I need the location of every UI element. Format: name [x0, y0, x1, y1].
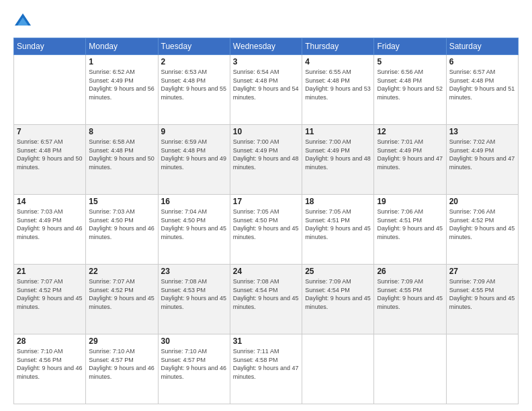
day-info: Sunrise: 6:56 AMSunset: 4:48 PMDaylight:… [377, 68, 443, 101]
day-number: 5 [377, 57, 443, 66]
calendar-table: SundayMondayTuesdayWednesdayThursdayFrid… [13, 38, 519, 404]
day-number: 1 [89, 57, 154, 66]
day-info: Sunrise: 7:10 AMSunset: 4:56 PMDaylight:… [17, 347, 83, 381]
day-info: Sunrise: 6:52 AMSunset: 4:49 PMDaylight:… [89, 68, 154, 101]
weekday-header: Thursday [302, 38, 374, 55]
calendar-day-cell: 23Sunrise: 7:08 AMSunset: 4:53 PMDayligh… [158, 265, 230, 334]
day-info: Sunrise: 7:05 AMSunset: 4:50 PMDaylight:… [233, 208, 299, 241]
day-number: 20 [449, 197, 515, 206]
day-number: 12 [377, 127, 443, 136]
day-number: 26 [377, 267, 443, 276]
day-number: 9 [161, 127, 227, 136]
calendar-day-cell [302, 334, 374, 404]
weekday-header: Sunday [14, 38, 86, 55]
calendar-day-cell: 10Sunrise: 7:00 AMSunset: 4:49 PMDayligh… [230, 125, 302, 195]
day-number: 19 [377, 197, 443, 206]
calendar-day-cell: 4Sunrise: 6:55 AMSunset: 4:48 PMDaylight… [302, 55, 374, 125]
day-info: Sunrise: 7:02 AMSunset: 4:49 PMDaylight:… [449, 138, 515, 171]
day-info: Sunrise: 7:09 AMSunset: 4:55 PMDaylight:… [377, 277, 443, 311]
day-info: Sunrise: 6:55 AMSunset: 4:48 PMDaylight:… [305, 68, 371, 101]
calendar-day-cell: 24Sunrise: 7:08 AMSunset: 4:54 PMDayligh… [230, 265, 302, 334]
calendar-day-cell: 17Sunrise: 7:05 AMSunset: 4:50 PMDayligh… [230, 195, 302, 265]
day-number: 22 [89, 267, 154, 276]
calendar-day-cell: 20Sunrise: 7:06 AMSunset: 4:52 PMDayligh… [446, 195, 518, 265]
calendar-day-cell: 8Sunrise: 6:58 AMSunset: 4:48 PMDaylight… [86, 125, 158, 195]
day-number: 15 [89, 197, 154, 206]
day-info: Sunrise: 7:09 AMSunset: 4:54 PMDaylight:… [305, 277, 371, 311]
day-info: Sunrise: 7:08 AMSunset: 4:53 PMDaylight:… [161, 277, 227, 311]
day-number: 16 [161, 197, 227, 206]
day-info: Sunrise: 7:06 AMSunset: 4:52 PMDaylight:… [449, 208, 515, 241]
day-number: 14 [17, 197, 83, 206]
day-info: Sunrise: 6:57 AMSunset: 4:48 PMDaylight:… [449, 68, 515, 101]
calendar-header-row: SundayMondayTuesdayWednesdayThursdayFrid… [14, 38, 519, 55]
day-info: Sunrise: 7:08 AMSunset: 4:54 PMDaylight:… [233, 277, 299, 311]
calendar-day-cell: 15Sunrise: 7:03 AMSunset: 4:50 PMDayligh… [86, 195, 158, 265]
calendar-day-cell: 11Sunrise: 7:00 AMSunset: 4:49 PMDayligh… [302, 125, 374, 195]
calendar-day-cell: 1Sunrise: 6:52 AMSunset: 4:49 PMDaylight… [86, 55, 158, 125]
weekday-header: Friday [374, 38, 446, 55]
calendar-day-cell: 13Sunrise: 7:02 AMSunset: 4:49 PMDayligh… [446, 125, 518, 195]
day-number: 24 [233, 267, 299, 276]
calendar-week-row: 21Sunrise: 7:07 AMSunset: 4:52 PMDayligh… [14, 265, 519, 334]
calendar-day-cell: 3Sunrise: 6:54 AMSunset: 4:48 PMDaylight… [230, 55, 302, 125]
calendar-day-cell: 19Sunrise: 7:06 AMSunset: 4:51 PMDayligh… [374, 195, 446, 265]
weekday-header: Saturday [446, 38, 518, 55]
day-info: Sunrise: 7:00 AMSunset: 4:49 PMDaylight:… [305, 138, 371, 171]
day-info: Sunrise: 7:10 AMSunset: 4:57 PMDaylight:… [161, 347, 227, 381]
day-info: Sunrise: 6:54 AMSunset: 4:48 PMDaylight:… [233, 68, 299, 101]
calendar-day-cell: 28Sunrise: 7:10 AMSunset: 4:56 PMDayligh… [14, 334, 86, 404]
day-number: 7 [17, 127, 83, 136]
weekday-header: Tuesday [158, 38, 230, 55]
calendar-day-cell: 26Sunrise: 7:09 AMSunset: 4:55 PMDayligh… [374, 265, 446, 334]
calendar-day-cell: 30Sunrise: 7:10 AMSunset: 4:57 PMDayligh… [158, 334, 230, 404]
day-number: 6 [449, 57, 515, 66]
calendar-day-cell: 14Sunrise: 7:03 AMSunset: 4:49 PMDayligh… [14, 195, 86, 265]
day-info: Sunrise: 7:07 AMSunset: 4:52 PMDaylight:… [17, 277, 83, 311]
day-number: 31 [233, 336, 299, 346]
day-number: 8 [89, 127, 154, 136]
weekday-header: Wednesday [230, 38, 302, 55]
calendar-day-cell: 27Sunrise: 7:09 AMSunset: 4:55 PMDayligh… [446, 265, 518, 334]
day-number: 29 [89, 336, 154, 346]
header [13, 12, 519, 31]
day-number: 4 [305, 57, 371, 66]
day-info: Sunrise: 7:06 AMSunset: 4:51 PMDaylight:… [377, 208, 443, 241]
day-info: Sunrise: 7:03 AMSunset: 4:50 PMDaylight:… [89, 208, 154, 241]
day-number: 13 [449, 127, 515, 136]
day-number: 11 [305, 127, 371, 136]
calendar-day-cell: 31Sunrise: 7:11 AMSunset: 4:58 PMDayligh… [230, 334, 302, 404]
day-number: 3 [233, 57, 299, 66]
calendar-day-cell: 22Sunrise: 7:07 AMSunset: 4:52 PMDayligh… [86, 265, 158, 334]
day-info: Sunrise: 6:59 AMSunset: 4:48 PMDaylight:… [161, 138, 227, 171]
logo-icon [13, 12, 32, 31]
day-info: Sunrise: 6:57 AMSunset: 4:48 PMDaylight:… [17, 138, 83, 171]
calendar-day-cell: 7Sunrise: 6:57 AMSunset: 4:48 PMDaylight… [14, 125, 86, 195]
day-info: Sunrise: 6:58 AMSunset: 4:48 PMDaylight:… [89, 138, 154, 171]
day-number: 27 [449, 267, 515, 276]
day-info: Sunrise: 7:04 AMSunset: 4:50 PMDaylight:… [161, 208, 227, 241]
calendar-day-cell: 9Sunrise: 6:59 AMSunset: 4:48 PMDaylight… [158, 125, 230, 195]
calendar-week-row: 28Sunrise: 7:10 AMSunset: 4:56 PMDayligh… [14, 334, 519, 404]
calendar-day-cell: 18Sunrise: 7:05 AMSunset: 4:51 PMDayligh… [302, 195, 374, 265]
day-info: Sunrise: 7:10 AMSunset: 4:57 PMDaylight:… [89, 347, 154, 381]
calendar-day-cell: 5Sunrise: 6:56 AMSunset: 4:48 PMDaylight… [374, 55, 446, 125]
calendar-day-cell: 16Sunrise: 7:04 AMSunset: 4:50 PMDayligh… [158, 195, 230, 265]
calendar-day-cell: 25Sunrise: 7:09 AMSunset: 4:54 PMDayligh… [302, 265, 374, 334]
calendar-day-cell: 6Sunrise: 6:57 AMSunset: 4:48 PMDaylight… [446, 55, 518, 125]
day-number: 21 [17, 267, 83, 276]
logo [13, 12, 35, 31]
calendar-day-cell [374, 334, 446, 404]
calendar-day-cell [14, 55, 86, 125]
calendar-day-cell: 12Sunrise: 7:01 AMSunset: 4:49 PMDayligh… [374, 125, 446, 195]
day-info: Sunrise: 7:07 AMSunset: 4:52 PMDaylight:… [89, 277, 154, 311]
day-info: Sunrise: 7:05 AMSunset: 4:51 PMDaylight:… [305, 208, 371, 241]
day-number: 30 [161, 336, 227, 346]
day-info: Sunrise: 7:03 AMSunset: 4:49 PMDaylight:… [17, 208, 83, 241]
day-number: 23 [161, 267, 227, 276]
page: SundayMondayTuesdayWednesdayThursdayFrid… [0, 0, 532, 411]
day-number: 18 [305, 197, 371, 206]
day-info: Sunrise: 7:00 AMSunset: 4:49 PMDaylight:… [233, 138, 299, 171]
day-info: Sunrise: 7:09 AMSunset: 4:55 PMDaylight:… [449, 277, 515, 311]
day-info: Sunrise: 7:01 AMSunset: 4:49 PMDaylight:… [377, 138, 443, 171]
